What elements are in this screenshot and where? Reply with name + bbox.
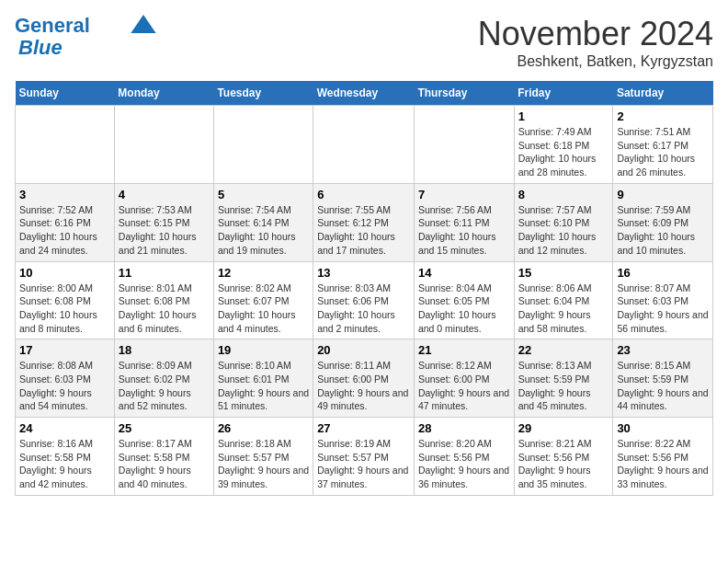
- day-info: Sunrise: 7:57 AMSunset: 6:10 PMDaylight:…: [518, 203, 609, 258]
- day-info: Sunrise: 8:15 AMSunset: 5:59 PMDaylight:…: [617, 359, 709, 413]
- week-row-5: 24 Sunrise: 8:16 AMSunset: 5:58 PMDaylig…: [16, 418, 713, 496]
- day-number: 17: [19, 343, 110, 357]
- day-cell: 26 Sunrise: 8:18 AMSunset: 5:57 PMDaylig…: [213, 418, 313, 496]
- day-cell: 20 Sunrise: 8:11 AMSunset: 6:00 PMDaylig…: [313, 339, 415, 418]
- day-cell: 1 Sunrise: 7:49 AMSunset: 6:18 PMDayligh…: [514, 106, 613, 184]
- day-number: 21: [418, 343, 510, 357]
- day-number: 4: [119, 188, 210, 201]
- day-number: 6: [317, 188, 410, 201]
- logo-general: General: [15, 14, 90, 37]
- logo-text: General: [15, 15, 90, 37]
- day-cell: 28 Sunrise: 8:20 AMSunset: 5:56 PMDaylig…: [414, 418, 514, 496]
- week-row-1: 1 Sunrise: 7:49 AMSunset: 6:18 PMDayligh…: [16, 106, 713, 184]
- svg-marker-0: [131, 15, 155, 33]
- day-info: Sunrise: 8:01 AMSunset: 6:08 PMDaylight:…: [119, 282, 210, 336]
- day-cell: [114, 106, 213, 184]
- day-info: Sunrise: 8:07 AMSunset: 6:03 PMDaylight:…: [617, 282, 709, 336]
- day-cell: 23 Sunrise: 8:15 AMSunset: 5:59 PMDaylig…: [613, 339, 713, 418]
- col-header-monday: Monday: [114, 81, 213, 106]
- logo-blue: Blue: [18, 36, 63, 59]
- day-cell: 29 Sunrise: 8:21 AMSunset: 5:56 PMDaylig…: [514, 418, 613, 496]
- day-number: 16: [617, 266, 709, 280]
- day-cell: 10 Sunrise: 8:00 AMSunset: 6:08 PMDaylig…: [16, 261, 115, 339]
- week-row-4: 17 Sunrise: 8:08 AMSunset: 6:03 PMDaylig…: [16, 339, 713, 418]
- day-cell: 4 Sunrise: 7:53 AMSunset: 6:15 PMDayligh…: [114, 183, 213, 261]
- day-info: Sunrise: 8:19 AMSunset: 5:57 PMDaylight:…: [317, 437, 410, 491]
- col-header-friday: Friday: [514, 81, 613, 106]
- col-header-sunday: Sunday: [16, 81, 115, 106]
- day-info: Sunrise: 8:04 AMSunset: 6:05 PMDaylight:…: [418, 282, 510, 336]
- day-cell: 9 Sunrise: 7:59 AMSunset: 6:09 PMDayligh…: [613, 183, 713, 261]
- day-cell: 3 Sunrise: 7:52 AMSunset: 6:16 PMDayligh…: [16, 183, 115, 261]
- day-info: Sunrise: 7:54 AMSunset: 6:14 PMDaylight:…: [218, 203, 309, 258]
- calendar-table: SundayMondayTuesdayWednesdayThursdayFrid…: [15, 81, 713, 496]
- day-cell: 13 Sunrise: 8:03 AMSunset: 6:06 PMDaylig…: [313, 261, 415, 339]
- day-info: Sunrise: 7:53 AMSunset: 6:15 PMDaylight:…: [119, 203, 210, 258]
- day-info: Sunrise: 8:13 AMSunset: 5:59 PMDaylight:…: [518, 359, 609, 413]
- day-cell: 25 Sunrise: 8:17 AMSunset: 5:58 PMDaylig…: [114, 418, 213, 496]
- day-info: Sunrise: 8:18 AMSunset: 5:57 PMDaylight:…: [218, 437, 309, 491]
- day-number: 14: [418, 266, 510, 280]
- day-number: 11: [119, 266, 210, 280]
- col-header-saturday: Saturday: [613, 81, 713, 106]
- day-info: Sunrise: 8:10 AMSunset: 6:01 PMDaylight:…: [218, 359, 309, 413]
- title-area: November 2024 Beshkent, Batken, Kyrgyzst…: [478, 15, 713, 70]
- day-number: 2: [617, 109, 709, 123]
- day-cell: 12 Sunrise: 8:02 AMSunset: 6:07 PMDaylig…: [213, 261, 313, 339]
- day-info: Sunrise: 8:06 AMSunset: 6:04 PMDaylight:…: [518, 282, 609, 336]
- day-cell: 7 Sunrise: 7:56 AMSunset: 6:11 PMDayligh…: [414, 183, 514, 261]
- day-info: Sunrise: 8:03 AMSunset: 6:06 PMDaylight:…: [317, 282, 410, 336]
- day-cell: [16, 106, 115, 184]
- day-number: 27: [317, 421, 410, 435]
- day-info: Sunrise: 8:17 AMSunset: 5:58 PMDaylight:…: [119, 437, 210, 491]
- day-info: Sunrise: 8:00 AMSunset: 6:08 PMDaylight:…: [19, 282, 110, 336]
- day-info: Sunrise: 7:52 AMSunset: 6:16 PMDaylight:…: [19, 203, 110, 258]
- day-info: Sunrise: 7:56 AMSunset: 6:11 PMDaylight:…: [418, 203, 510, 258]
- day-cell: 18 Sunrise: 8:09 AMSunset: 6:02 PMDaylig…: [114, 339, 213, 418]
- day-info: Sunrise: 7:51 AMSunset: 6:17 PMDaylight:…: [617, 125, 709, 179]
- day-info: Sunrise: 7:49 AMSunset: 6:18 PMDaylight:…: [518, 125, 609, 179]
- day-info: Sunrise: 8:02 AMSunset: 6:07 PMDaylight:…: [218, 282, 309, 336]
- day-number: 9: [617, 188, 709, 201]
- day-cell: [313, 106, 415, 184]
- header-row: SundayMondayTuesdayWednesdayThursdayFrid…: [16, 81, 713, 106]
- day-number: 13: [317, 266, 410, 280]
- day-cell: 15 Sunrise: 8:06 AMSunset: 6:04 PMDaylig…: [514, 261, 613, 339]
- day-cell: 2 Sunrise: 7:51 AMSunset: 6:17 PMDayligh…: [613, 106, 713, 184]
- day-cell: 16 Sunrise: 8:07 AMSunset: 6:03 PMDaylig…: [613, 261, 713, 339]
- day-number: 12: [218, 266, 309, 280]
- day-cell: 30 Sunrise: 8:22 AMSunset: 5:56 PMDaylig…: [613, 418, 713, 496]
- logo-icon: [131, 15, 156, 33]
- day-number: 25: [119, 421, 210, 435]
- day-cell: 27 Sunrise: 8:19 AMSunset: 5:57 PMDaylig…: [313, 418, 415, 496]
- week-row-2: 3 Sunrise: 7:52 AMSunset: 6:16 PMDayligh…: [16, 183, 713, 261]
- day-cell: 21 Sunrise: 8:12 AMSunset: 6:00 PMDaylig…: [414, 339, 514, 418]
- day-info: Sunrise: 8:21 AMSunset: 5:56 PMDaylight:…: [518, 437, 609, 491]
- location-subtitle: Beshkent, Batken, Kyrgyzstan: [478, 53, 713, 70]
- day-number: 24: [19, 421, 110, 435]
- day-number: 1: [518, 109, 609, 123]
- day-cell: 14 Sunrise: 8:04 AMSunset: 6:05 PMDaylig…: [414, 261, 514, 339]
- day-number: 19: [218, 343, 309, 357]
- day-number: 28: [418, 421, 510, 435]
- day-number: 8: [518, 188, 609, 201]
- day-info: Sunrise: 8:11 AMSunset: 6:00 PMDaylight:…: [317, 359, 410, 413]
- col-header-tuesday: Tuesday: [213, 81, 313, 106]
- header: General Blue November 2024 Beshkent, Bat…: [15, 15, 713, 70]
- day-info: Sunrise: 8:20 AMSunset: 5:56 PMDaylight:…: [418, 437, 510, 491]
- day-cell: 5 Sunrise: 7:54 AMSunset: 6:14 PMDayligh…: [213, 183, 313, 261]
- week-row-3: 10 Sunrise: 8:00 AMSunset: 6:08 PMDaylig…: [16, 261, 713, 339]
- day-cell: [213, 106, 313, 184]
- month-title: November 2024: [478, 15, 713, 53]
- day-cell: 17 Sunrise: 8:08 AMSunset: 6:03 PMDaylig…: [16, 339, 115, 418]
- day-cell: [414, 106, 514, 184]
- day-number: 5: [218, 188, 309, 201]
- day-number: 3: [19, 188, 110, 201]
- day-number: 20: [317, 343, 410, 357]
- logo: General Blue: [15, 15, 156, 59]
- day-number: 18: [119, 343, 210, 357]
- day-info: Sunrise: 8:09 AMSunset: 6:02 PMDaylight:…: [119, 359, 210, 413]
- day-info: Sunrise: 8:12 AMSunset: 6:00 PMDaylight:…: [418, 359, 510, 413]
- day-info: Sunrise: 8:08 AMSunset: 6:03 PMDaylight:…: [19, 359, 110, 413]
- day-info: Sunrise: 7:59 AMSunset: 6:09 PMDaylight:…: [617, 203, 709, 258]
